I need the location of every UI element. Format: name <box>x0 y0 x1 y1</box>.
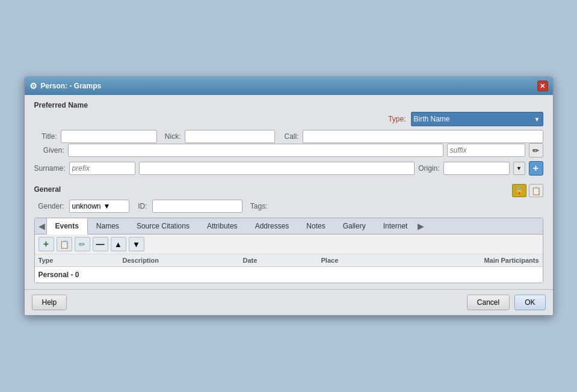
col-type-header: Type <box>39 257 123 264</box>
tab-internet[interactable]: Internet <box>375 218 417 234</box>
move-up-button[interactable]: ▲ <box>111 237 126 251</box>
titlebar: ⚙ Person: - Gramps ✕ <box>25 77 553 95</box>
titlebar-left: ⚙ Person: - Gramps <box>29 81 102 91</box>
gender-value: unknown <box>72 202 101 210</box>
tags-field-label: Tags: <box>247 202 268 210</box>
id-input[interactable] <box>152 200 242 213</box>
suffix-input[interactable] <box>447 144 525 157</box>
col-desc-header: Description <box>123 257 243 264</box>
col-participants-header: Main Participants <box>443 257 539 264</box>
tab-events[interactable]: Events <box>46 218 88 234</box>
nick-input[interactable] <box>185 130 275 143</box>
table-body: Personal - 0 <box>35 267 543 283</box>
window-title: Person: - Gramps <box>41 82 102 90</box>
given-field-label: Given: <box>34 146 64 155</box>
lock-icon-button[interactable]: 🔒 <box>512 184 526 197</box>
clipboard-icon-button[interactable]: 📋 <box>529 184 543 197</box>
window-icon: ⚙ <box>29 81 37 91</box>
table-header: Type Description Date Place Main Partici… <box>35 254 543 267</box>
main-window: ⚙ Person: - Gramps ✕ Preferred Name Type… <box>24 76 554 316</box>
origin-input[interactable] <box>443 162 510 175</box>
gender-dropdown[interactable]: unknown ▼ <box>69 200 129 213</box>
edit-event-button[interactable]: ✏ <box>75 237 90 251</box>
add-event-button[interactable]: + <box>39 237 54 251</box>
events-group-personal: Personal - 0 <box>39 269 539 280</box>
ok-button[interactable]: OK <box>514 295 545 310</box>
given-row: Given: ✏ <box>34 143 543 158</box>
events-toolbar: + 📋 ✏ — ▲ ▼ <box>35 234 543 254</box>
given-input[interactable] <box>68 144 443 157</box>
col-place-header: Place <box>321 257 443 264</box>
surname-row: Surname: Origin: ▼ + <box>34 161 543 176</box>
close-button[interactable]: ✕ <box>537 81 548 91</box>
remove-event-button[interactable]: — <box>93 237 108 251</box>
title-nick-call-row: Title: Nick: Call: <box>34 130 543 143</box>
events-table: Type Description Date Place Main Partici… <box>35 254 543 283</box>
tabs-section: ◀ Events Names Source Citations Attribut… <box>34 218 543 283</box>
preferred-name-section: Preferred Name Type: Birth Name ▼ Title:… <box>34 101 543 179</box>
surname-field-label: Surname: <box>34 164 66 173</box>
gender-dropdown-arrow-icon: ▼ <box>103 202 111 210</box>
call-field-label: Call: <box>279 132 299 141</box>
gender-row: Gender: unknown ▼ ID: Tags: <box>34 200 543 213</box>
general-header: General 🔒 📋 <box>34 184 543 197</box>
type-field-label: Type: <box>388 115 406 123</box>
tabs-left-arrow[interactable]: ◀ <box>37 219 46 233</box>
nick-field-label: Nick: <box>161 132 181 141</box>
bottom-bar: Help Cancel OK <box>25 289 553 315</box>
general-section: General 🔒 📋 Gender: unknown ▼ ID: Tags: <box>34 184 543 213</box>
general-icons: 🔒 📋 <box>512 184 543 197</box>
title-input[interactable] <box>61 130 157 143</box>
tab-addresses[interactable]: Addresses <box>247 218 298 234</box>
id-field-label: ID: <box>134 202 147 210</box>
tab-names[interactable]: Names <box>88 218 128 234</box>
cancel-button[interactable]: Cancel <box>467 295 510 310</box>
add-surname-button[interactable]: + <box>529 161 543 176</box>
tabs-nav: ◀ Events Names Source Citations Attribut… <box>35 218 543 234</box>
type-dropdown[interactable]: Birth Name ▼ <box>411 112 543 126</box>
action-buttons: Cancel OK <box>467 295 546 310</box>
general-label: General <box>34 185 61 194</box>
preferred-name-label: Preferred Name <box>34 101 543 109</box>
col-date-header: Date <box>243 257 321 264</box>
tabs-right-arrow[interactable]: ▶ <box>416 219 425 233</box>
surname-main-input[interactable] <box>139 162 415 175</box>
type-dropdown-value: Birth Name <box>414 115 450 123</box>
title-field-label: Title: <box>34 132 57 141</box>
call-input[interactable] <box>303 130 543 143</box>
help-button[interactable]: Help <box>32 295 67 310</box>
content-area: Preferred Name Type: Birth Name ▼ Title:… <box>25 95 553 289</box>
suffix-edit-button[interactable]: ✏ <box>529 143 543 158</box>
type-dropdown-arrow-icon: ▼ <box>534 116 540 123</box>
surname-prefix-input[interactable] <box>69 162 135 175</box>
tab-notes[interactable]: Notes <box>298 218 334 234</box>
move-down-button[interactable]: ▼ <box>129 237 144 251</box>
tab-attributes[interactable]: Attributes <box>199 218 247 234</box>
tab-gallery[interactable]: Gallery <box>335 218 375 234</box>
tab-source-citations[interactable]: Source Citations <box>128 218 199 234</box>
origin-dropdown-button[interactable]: ▼ <box>513 162 525 175</box>
gender-field-label: Gender: <box>34 202 64 210</box>
type-row: Type: Birth Name ▼ <box>34 112 543 126</box>
select-event-button[interactable]: 📋 <box>57 237 72 251</box>
origin-field-label: Origin: <box>418 164 439 173</box>
